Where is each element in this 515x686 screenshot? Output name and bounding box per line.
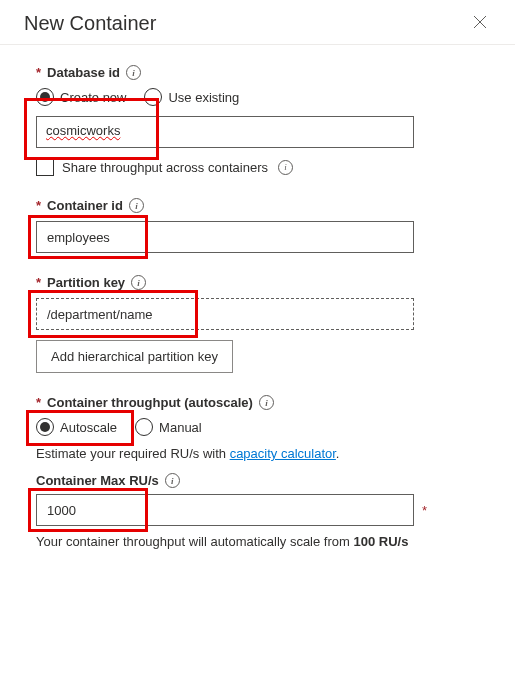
partition-key-input[interactable] <box>36 298 414 330</box>
required-marker: * <box>422 503 427 518</box>
share-throughput-checkbox[interactable] <box>36 158 54 176</box>
required-marker: * <box>36 275 41 290</box>
radio-icon <box>144 88 162 106</box>
manual-label: Manual <box>159 420 202 435</box>
max-ru-row: * <box>36 494 479 526</box>
create-new-label: Create new <box>60 90 126 105</box>
container-id-group: * Container id i <box>36 198 479 253</box>
database-id-mode-radios: Create new Use existing <box>36 88 479 106</box>
partition-key-group: * Partition key i Add hierarchical parti… <box>36 275 479 373</box>
throughput-label: * Container throughput (autoscale) i <box>36 395 479 410</box>
radio-icon <box>36 88 54 106</box>
info-icon[interactable]: i <box>131 275 146 290</box>
info-icon[interactable]: i <box>129 198 144 213</box>
radio-icon <box>135 418 153 436</box>
estimate-prefix: Estimate your required RU/s with <box>36 446 230 461</box>
panel-header: New Container <box>0 0 515 45</box>
autoscale-option[interactable]: Autoscale <box>36 418 117 436</box>
info-icon[interactable]: i <box>165 473 180 488</box>
partition-key-label-text: Partition key <box>47 275 125 290</box>
database-id-group: * Database id i Create new Use existing … <box>36 65 479 176</box>
manual-option[interactable]: Manual <box>135 418 202 436</box>
max-ru-input[interactable] <box>36 494 414 526</box>
database-id-input[interactable] <box>36 116 414 148</box>
required-marker: * <box>36 65 41 80</box>
create-new-option[interactable]: Create new <box>36 88 126 106</box>
panel-title: New Container <box>24 12 156 35</box>
required-marker: * <box>36 395 41 410</box>
panel-body: * Database id i Create new Use existing … <box>0 45 515 549</box>
use-existing-option[interactable]: Use existing <box>144 88 239 106</box>
partition-key-label: * Partition key i <box>36 275 479 290</box>
capacity-calculator-link[interactable]: capacity calculator <box>230 446 336 461</box>
radio-icon <box>36 418 54 436</box>
database-id-label: * Database id i <box>36 65 479 80</box>
info-icon[interactable]: i <box>126 65 141 80</box>
throughput-label-text: Container throughput (autoscale) <box>47 395 253 410</box>
close-icon <box>473 15 487 29</box>
max-ru-label-text: Container Max RU/s <box>36 473 159 488</box>
close-button[interactable] <box>469 10 491 36</box>
share-throughput-row: Share throughput across containers i <box>36 158 479 176</box>
new-container-panel: New Container * Database id i Create new… <box>0 0 515 549</box>
estimate-period: . <box>336 446 340 461</box>
estimate-line: Estimate your required RU/s with capacit… <box>36 446 479 461</box>
throughput-group: * Container throughput (autoscale) i Aut… <box>36 395 479 549</box>
use-existing-label: Use existing <box>168 90 239 105</box>
add-hierarchical-button[interactable]: Add hierarchical partition key <box>36 340 233 373</box>
info-icon[interactable]: i <box>259 395 274 410</box>
scale-text: Your container throughput will automatic… <box>36 534 479 549</box>
share-throughput-label: Share throughput across containers <box>62 160 268 175</box>
container-id-label-text: Container id <box>47 198 123 213</box>
required-marker: * <box>36 198 41 213</box>
autoscale-label: Autoscale <box>60 420 117 435</box>
scale-prefix: Your container throughput will automatic… <box>36 534 353 549</box>
scale-bold: 100 RU/s <box>353 534 408 549</box>
container-id-label: * Container id i <box>36 198 479 213</box>
max-ru-label: Container Max RU/s i <box>36 473 479 488</box>
container-id-input[interactable] <box>36 221 414 253</box>
info-icon[interactable]: i <box>278 160 293 175</box>
throughput-mode-radios: Autoscale Manual <box>36 418 479 436</box>
database-id-label-text: Database id <box>47 65 120 80</box>
